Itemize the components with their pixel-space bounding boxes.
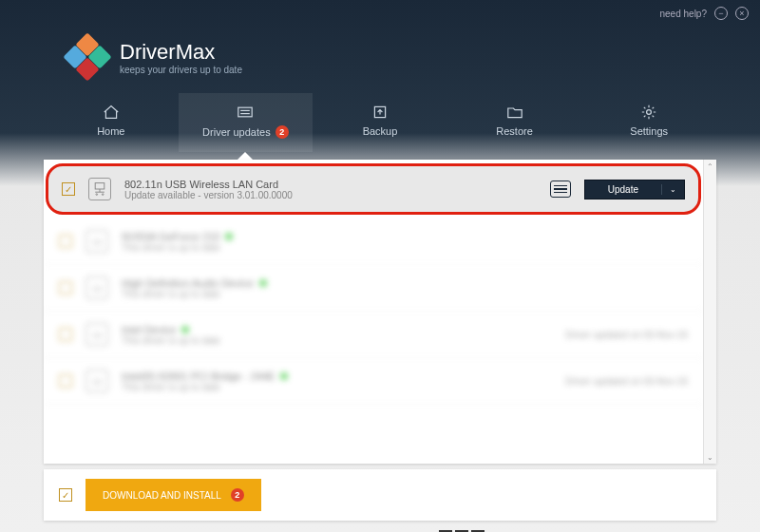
tab-backup[interactable]: Backup <box>313 93 447 152</box>
titlebar: need help? − × <box>0 0 760 27</box>
svg-point-8 <box>96 194 98 196</box>
app-subtitle: keeps your drivers up to date <box>120 65 242 75</box>
driver-checkbox[interactable]: ✓ <box>62 182 75 196</box>
minimize-button[interactable]: − <box>714 7 728 20</box>
folder-icon <box>505 104 524 120</box>
driver-checkbox[interactable] <box>59 328 72 341</box>
footer: © 2017 DriverMax PRO version 9.17 f t g+ <box>0 521 760 532</box>
tab-driver-updates[interactable]: Driver updates2 <box>179 93 314 152</box>
tab-restore[interactable]: Restore <box>447 93 582 152</box>
tab-home[interactable]: Home <box>44 93 179 152</box>
network-device-icon <box>88 178 111 200</box>
app-title: DriverMax <box>120 40 242 65</box>
driver-checkbox[interactable] <box>59 235 72 248</box>
scroll-up-icon[interactable]: ⌃ <box>704 160 716 173</box>
svg-point-4 <box>647 110 652 115</box>
updates-badge: 2 <box>276 125 289 139</box>
details-icon[interactable] <box>550 180 571 198</box>
driver-checkbox[interactable] <box>59 281 72 294</box>
main-tabs: Home Driver updates2 Backup Restore Sett… <box>0 93 760 152</box>
driver-checkbox[interactable] <box>59 374 72 388</box>
driver-row[interactable]: ▭ Intel(R) 82801 PCI Bridge - 244E This … <box>44 358 703 405</box>
driver-row[interactable]: ▭ Intel Device This driver is up to date… <box>44 312 703 358</box>
driver-list-panel: ✓ 802.11n USB Wireless LAN Card Update a… <box>44 160 716 464</box>
svg-rect-5 <box>95 183 104 189</box>
system-device-icon: ▭ <box>86 323 108 346</box>
updates-icon <box>236 104 255 120</box>
display-device-icon: ▭ <box>86 230 108 253</box>
scroll-down-icon[interactable]: ⌄ <box>704 450 716 464</box>
brand-area: DriverMax keeps your drivers up to date <box>0 27 760 93</box>
tab-settings[interactable]: Settings <box>581 93 716 152</box>
driver-row[interactable]: ▭ High Definition Audio Device This driv… <box>44 265 703 312</box>
help-link[interactable]: need help? <box>660 9 708 19</box>
close-button[interactable]: × <box>735 7 749 20</box>
driver-row-highlighted[interactable]: ✓ 802.11n USB Wireless LAN Card Update a… <box>46 163 701 215</box>
download-install-button[interactable]: DOWNLOAD AND INSTALL 2 <box>86 479 261 511</box>
chevron-down-icon[interactable]: ⌄ <box>662 185 684 194</box>
gear-icon <box>639 104 658 120</box>
select-all-checkbox[interactable]: ✓ <box>59 488 72 502</box>
system-device-icon: ▭ <box>86 370 108 392</box>
download-badge: 2 <box>231 488 244 502</box>
driver-title: 802.11n USB Wireless LAN Card <box>124 179 537 190</box>
svg-point-9 <box>102 194 104 196</box>
svg-rect-0 <box>238 107 252 117</box>
driver-subtitle: Update available - version 3.01.00.0000 <box>124 190 537 200</box>
driver-row[interactable]: ▭ NVIDIA GeForce 210 This driver is up t… <box>44 218 703 265</box>
app-logo-icon <box>66 36 108 78</box>
audio-device-icon: ▭ <box>86 276 108 299</box>
update-button[interactable]: Update ⌄ <box>584 180 685 200</box>
bottom-bar: ✓ DOWNLOAD AND INSTALL 2 <box>44 469 716 521</box>
scrollbar[interactable]: ⌃ ⌄ <box>703 160 716 464</box>
backup-icon <box>370 104 390 120</box>
home-icon <box>102 104 121 120</box>
